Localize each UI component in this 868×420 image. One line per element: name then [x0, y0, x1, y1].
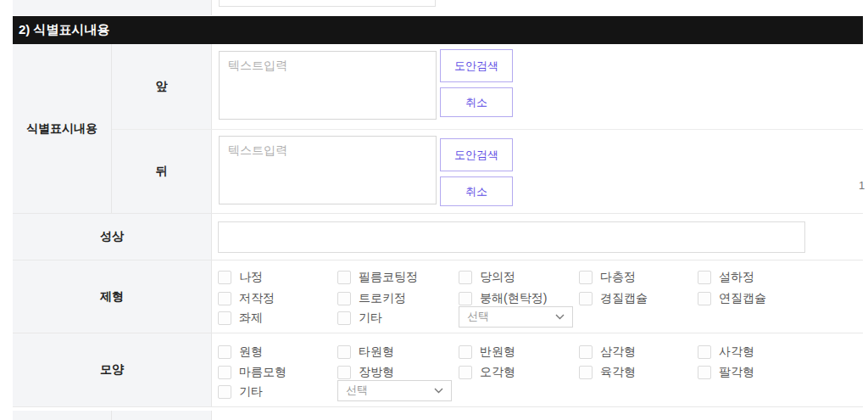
checkbox[interactable]: [579, 292, 593, 305]
checkbox-option[interactable]: 사각형: [698, 344, 754, 360]
checkbox[interactable]: [337, 311, 351, 325]
checkbox-option[interactable]: 원형: [218, 344, 263, 360]
checkbox-label: 기타: [359, 311, 382, 326]
checkbox-option[interactable]: 마름모형: [218, 365, 287, 380]
checkbox[interactable]: [579, 366, 593, 379]
appearance-input[interactable]: [218, 221, 805, 253]
checkbox[interactable]: [459, 345, 472, 359]
checkbox-label: 나정: [239, 270, 263, 285]
appearance-label-text: 성상: [100, 229, 124, 244]
id-display-back-label: 뒤: [112, 129, 212, 213]
checkbox-option[interactable]: 육각형: [579, 365, 636, 380]
checkbox-option[interactable]: 기타: [218, 384, 263, 400]
checkbox[interactable]: [579, 271, 593, 284]
appearance-row-label: 성상: [13, 214, 212, 260]
checkbox-label: 설하정: [719, 270, 754, 285]
id-display-row: 식별표시내용 앞 뒤 도안검색 취소 도안검색 취소: [13, 44, 863, 214]
id-display-back-label-text: 뒤: [156, 164, 168, 179]
page-indicator: 1: [859, 179, 865, 192]
checkbox-option[interactable]: 좌제: [218, 311, 263, 326]
checkbox-label: 트로키정: [359, 291, 406, 306]
checkbox-option[interactable]: 타원형: [337, 344, 394, 360]
back-design-search-button[interactable]: 도안검색: [440, 138, 513, 171]
checkbox-option[interactable]: 다층정: [579, 270, 636, 285]
checkbox[interactable]: [218, 385, 231, 399]
checkbox[interactable]: [218, 366, 231, 379]
checkbox[interactable]: [337, 271, 351, 284]
checkbox-label: 필름코팅정: [359, 270, 418, 285]
checkbox-label: 오각형: [480, 365, 515, 380]
checkbox-option[interactable]: 기타: [337, 311, 382, 326]
checkbox[interactable]: [459, 271, 472, 284]
section-header-bar: 2) 식별표시내용: [13, 16, 863, 44]
checkbox-label: 반원형: [480, 344, 515, 360]
checkbox-option[interactable]: 붕해(현탁정): [459, 291, 547, 306]
checkbox[interactable]: [337, 366, 351, 379]
checkbox-label: 팔각형: [719, 365, 754, 380]
checkbox[interactable]: [459, 292, 472, 305]
checkbox-option[interactable]: 트로키정: [337, 291, 406, 306]
checkbox-option[interactable]: 나정: [218, 270, 263, 285]
dosage-form-options-row2: 저작정 트로키정 붕해(현탁정) 경질캡슐 연질캡슐: [218, 291, 833, 305]
checkbox[interactable]: [698, 345, 711, 359]
id-display-front-textarea[interactable]: [219, 51, 437, 120]
checkbox[interactable]: [337, 292, 351, 305]
checkbox-label: 육각형: [600, 365, 636, 380]
checkbox-option[interactable]: 필름코팅정: [337, 270, 418, 285]
previous-row-label-cell: [13, 0, 212, 15]
id-display-row-label: 식별표시내용: [13, 44, 112, 213]
front-cancel-button[interactable]: 취소: [440, 87, 513, 117]
checkbox-label: 경질캡슐: [600, 291, 648, 306]
checkbox-label: 저작정: [239, 291, 275, 306]
previous-section-partial-row: [13, 0, 863, 16]
checkbox[interactable]: [218, 271, 231, 284]
checkbox[interactable]: [337, 345, 351, 359]
dosage-form-options-row3: 좌제 기타 선택: [218, 311, 579, 325]
checkbox-label: 붕해(현탁정): [480, 291, 547, 306]
id-display-back-textarea[interactable]: [219, 136, 437, 204]
checkbox-option[interactable]: 경질캡슐: [579, 291, 648, 306]
shape-row: 모양 원형 타원형 반원형 삼각형 사각형 마름모형 장방형 오각형 육각형 팔…: [13, 333, 863, 407]
checkbox[interactable]: [698, 271, 711, 284]
checkbox-option[interactable]: 설하정: [698, 270, 754, 285]
checkbox-option[interactable]: 오각형: [459, 365, 515, 380]
dosage-form-row: 제형 나정 필름코팅정 당의정 다층정 설하정 저작정 트로키정 붕해(현탁정)…: [13, 260, 863, 333]
chevron-down-icon: [434, 388, 443, 394]
id-display-front-label: 앞: [112, 44, 212, 129]
checkbox[interactable]: [698, 366, 711, 379]
checkbox-label: 장방형: [359, 365, 394, 380]
checkbox-label: 사각형: [719, 344, 754, 360]
shape-etc-select[interactable]: 선택: [337, 380, 452, 401]
checkbox[interactable]: [459, 366, 472, 379]
previous-row-partial-input[interactable]: [219, 0, 436, 7]
appearance-row: 성상: [13, 214, 863, 260]
checkbox-option[interactable]: 삼각형: [579, 344, 636, 360]
checkbox-option[interactable]: 저작정: [218, 291, 275, 306]
checkbox-label: 다층정: [600, 270, 636, 285]
dosage-form-options-row1: 나정 필름코팅정 당의정 다층정 설하정: [218, 270, 833, 284]
checkbox[interactable]: [218, 292, 231, 305]
section-header-title: 2) 식별표시내용: [19, 22, 110, 38]
next-row-sublabel-cell: [112, 411, 212, 420]
checkbox[interactable]: [218, 345, 231, 359]
front-design-search-button[interactable]: 도안검색: [440, 49, 513, 82]
select-value: 선택: [467, 309, 489, 324]
checkbox-label: 삼각형: [600, 344, 636, 360]
dosage-form-etc-select[interactable]: 선택: [459, 306, 573, 328]
checkbox-option[interactable]: 팔각형: [698, 365, 754, 380]
checkbox-option[interactable]: 연질캡슐: [698, 291, 766, 306]
checkbox-label: 기타: [239, 384, 263, 400]
checkbox-label: 타원형: [359, 344, 394, 360]
form-page: 2) 식별표시내용 식별표시내용 앞 뒤 도안검색 취소 도안검색 취소 성상 …: [0, 0, 868, 420]
checkbox[interactable]: [218, 311, 231, 325]
back-cancel-button[interactable]: 취소: [440, 176, 513, 206]
shape-options-row3: 기타 선택: [218, 384, 459, 399]
checkbox-option[interactable]: 반원형: [459, 344, 515, 360]
checkbox[interactable]: [579, 345, 593, 359]
checkbox-option[interactable]: 장방형: [337, 365, 394, 380]
dosage-form-row-label: 제형: [13, 260, 212, 333]
next-row-label-cell: [13, 411, 112, 420]
checkbox-label: 당의정: [480, 270, 515, 285]
checkbox-option[interactable]: 당의정: [459, 270, 515, 285]
checkbox[interactable]: [698, 292, 711, 305]
